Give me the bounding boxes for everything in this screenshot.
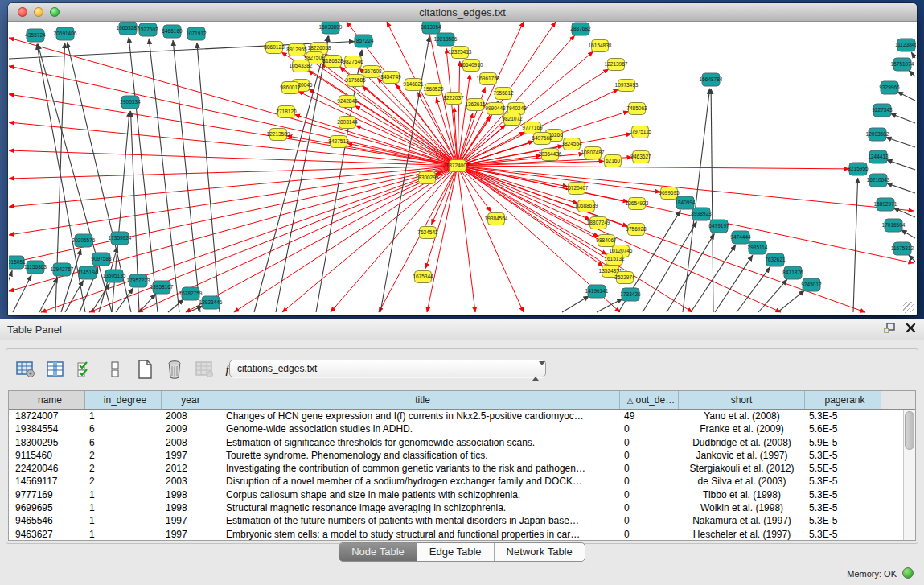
table-row[interactable]: 1830029562008Estimation of significance … (9, 436, 915, 449)
table-row[interactable]: 1938455462009Genome-wide association stu… (9, 422, 915, 435)
graph-node[interactable]: 17957223 (127, 274, 150, 287)
table-cell[interactable]: 2003 (162, 475, 216, 488)
graph-node[interactable]: 6479197 (708, 220, 729, 233)
citation-edge-black[interactable] (853, 178, 858, 312)
graph-node[interactable]: 20206576 (72, 234, 96, 247)
citation-edge-black[interactable] (38, 44, 112, 312)
table-cell[interactable]: 0 (620, 422, 679, 435)
citation-edge-red[interactable] (9, 38, 451, 164)
graph-node[interactable]: 1145194 (78, 266, 98, 279)
graph-node[interactable]: 11675312 (891, 242, 914, 255)
delete-table-icon[interactable] (163, 358, 186, 381)
table-cell[interactable]: Yano et al. (2008) (679, 410, 805, 422)
table-cell[interactable]: 5.3E-5 (805, 449, 881, 462)
citation-edge-red[interactable] (458, 172, 475, 312)
graph-node[interactable]: 7485063 (626, 103, 647, 115)
citation-edge-black[interactable] (173, 40, 200, 312)
tab-network-table[interactable]: Network Table (495, 543, 585, 561)
citation-edge-black[interactable] (885, 138, 915, 147)
table-cell[interactable]: Corpus callosum shape and size in male p… (216, 488, 620, 501)
graph-node[interactable]: 8222037 (443, 93, 464, 105)
table-cell[interactable]: 1997 (162, 449, 216, 462)
column-header-pagerank[interactable]: pagerank (805, 391, 881, 409)
citation-edge-black[interactable] (562, 296, 589, 312)
table-cell[interactable]: 5.3E-5 (805, 501, 881, 514)
table-cell[interactable]: 1998 (162, 501, 216, 514)
table-cell[interactable]: de Silva et al. (2003) (679, 475, 805, 488)
row-height-icon[interactable] (104, 358, 126, 381)
table-cell[interactable]: 5.3E-5 (805, 410, 881, 422)
table-cell[interactable]: 5.3E-5 (805, 528, 881, 541)
table-cell[interactable]: 1 (85, 514, 162, 527)
table-cell[interactable]: Tibbo et al. (1998) (679, 488, 805, 501)
close-panel-icon[interactable] (906, 323, 916, 333)
table-cell[interactable]: 0 (620, 449, 679, 462)
citation-edge-red[interactable] (89, 168, 452, 312)
graph-node[interactable]: 9756928 (626, 224, 647, 236)
graph-node[interactable]: 9146821 (403, 79, 424, 91)
column-header-year[interactable]: year (162, 391, 216, 409)
citation-edge-black[interactable] (715, 255, 753, 312)
graph-node[interactable]: 9474444 (730, 231, 751, 244)
graph-node[interactable]: 1527602 (138, 23, 158, 36)
graph-node[interactable]: 4355724 (25, 29, 46, 42)
graph-node[interactable]: 6466160 (162, 25, 183, 38)
citation-edge-black[interactable] (168, 299, 184, 312)
window-titlebar[interactable]: citations_edges.txt (8, 3, 917, 22)
table-cell[interactable]: 5.5E-5 (805, 462, 881, 475)
graph-node[interactable]: 9175685 (345, 75, 366, 87)
table-cell[interactable]: 5.9E-5 (805, 436, 881, 449)
graph-node[interactable]: 11123846 (895, 39, 916, 51)
table-cell[interactable]: Estimation of significance thresholds fo… (216, 436, 620, 449)
table-cell[interactable]: Embryonic stem cells: a model to study s… (216, 528, 620, 541)
table-cell[interactable]: 0 (620, 501, 679, 514)
graph-node[interactable]: 7624542 (417, 227, 438, 239)
window-resize-grip[interactable] (903, 302, 914, 313)
graph-node[interactable]: 2367608 (361, 66, 382, 78)
table-settings-icon[interactable] (14, 358, 37, 381)
float-panel-icon[interactable] (884, 323, 896, 333)
table-cell[interactable]: 5.6E-5 (805, 422, 881, 435)
graph-node[interactable]: 10653287 (117, 22, 140, 35)
graph-node[interactable]: 2887682 (570, 23, 591, 35)
graph-node[interactable]: 7955812 (493, 88, 514, 100)
graph-node[interactable]: 9329966 (879, 81, 900, 94)
graph-node[interactable]: 62160 (605, 155, 622, 167)
citation-network-graph[interactable]: 1872400788601238912955182260589827508818… (9, 22, 916, 315)
graph-node[interactable]: 10543382 (290, 60, 313, 72)
citation-edge-red[interactable] (427, 172, 456, 312)
graph-node[interactable]: 16961758 (477, 73, 500, 85)
graph-node[interactable]: 19384554 (485, 213, 508, 225)
graph-node[interactable]: 15751074 (891, 58, 914, 71)
graph-node[interactable]: 18724007 (446, 160, 470, 172)
graph-node[interactable]: 16210643 (867, 174, 890, 187)
table-cell[interactable]: 22420046 (9, 462, 85, 475)
table-cell[interactable]: 9699695 (9, 501, 85, 514)
table-row[interactable]: 1456911722003Disruption of a novel membe… (9, 475, 915, 488)
table-cell[interactable]: Jankovic et al. (1997) (679, 449, 805, 462)
table-cell[interactable]: 0 (620, 488, 679, 501)
table-scrollbar-thumb[interactable] (905, 411, 914, 450)
table-cell[interactable]: 9465546 (9, 514, 85, 527)
citation-edge-red[interactable] (460, 171, 524, 312)
graph-node[interactable]: 11156863 (24, 261, 47, 274)
table-cell[interactable]: Changes of HCN gene expression and I(f) … (216, 410, 620, 422)
graph-node[interactable]: 3824554 (561, 138, 582, 150)
citation-edge-black[interactable] (778, 290, 804, 312)
graph-node[interactable]: 8938923 (691, 208, 712, 220)
citation-edge-black[interactable] (13, 275, 31, 312)
graph-node[interactable]: 9827546 (343, 56, 363, 68)
graph-node[interactable]: 13654923 (626, 198, 649, 210)
table-scrollbar[interactable] (903, 410, 915, 540)
graph-node[interactable]: 10688639 (575, 200, 598, 212)
graph-node[interactable]: 14196141 (585, 285, 609, 298)
graph-node[interactable]: 15892971 (874, 198, 897, 211)
table-cell[interactable]: 0 (620, 514, 679, 527)
table-cell[interactable]: 6 (85, 436, 162, 449)
citation-edge-black[interactable] (897, 92, 915, 101)
graph-node[interactable]: 8813054 (421, 22, 441, 34)
table-cell[interactable]: 9463627 (9, 528, 85, 541)
citation-edge-black[interactable] (758, 279, 787, 312)
graph-node[interactable]: 7632621 (765, 253, 786, 266)
graph-node[interactable]: 8860123 (264, 42, 285, 54)
